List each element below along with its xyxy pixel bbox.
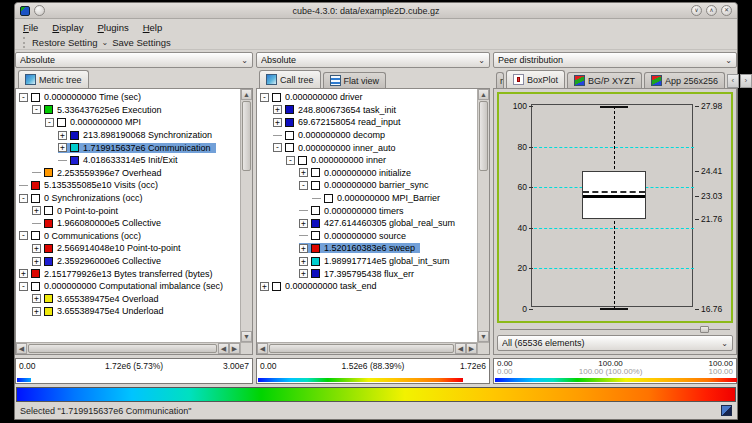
expand-icon[interactable]: + [19, 269, 28, 278]
tree-row[interactable]: +0.000000000 initialize [260, 167, 477, 180]
tab-flat-view[interactable]: Flat view [323, 72, 387, 88]
slider-handle[interactable] [700, 326, 709, 333]
tree-row[interactable]: -5.336437625e6 Execution [19, 104, 240, 117]
collapse-icon[interactable]: - [19, 93, 28, 102]
expand-icon[interactable]: + [32, 294, 41, 303]
expand-icon[interactable]: + [32, 206, 41, 215]
tree-row[interactable]: 0.000000000 source [260, 230, 477, 243]
call-vertical-scrollbar[interactable]: ▲ ▼ [477, 89, 489, 342]
call-mode-select[interactable]: Absolute ⌄ [256, 52, 490, 68]
tree-row[interactable]: +427.614460305 global_real_sum [260, 217, 477, 230]
expand-icon[interactable]: + [273, 118, 282, 127]
system-mode-select[interactable]: Peer distribution ⌄ [493, 52, 737, 68]
tree-row[interactable]: +17.395795438 flux_err [260, 267, 477, 280]
window-menu-button[interactable] [34, 5, 45, 16]
collapse-icon[interactable]: - [260, 93, 269, 102]
collapse-icon[interactable]: - [286, 156, 295, 165]
close-button[interactable]: ✕ [721, 5, 732, 16]
tree-row[interactable]: 2.253559396e7 Overhead [19, 167, 240, 180]
toolbar-handle[interactable] [23, 37, 26, 48]
boxplot-zoom-slider[interactable] [500, 325, 730, 334]
expand-icon[interactable]: + [32, 244, 41, 253]
tab-call-tree[interactable]: Call tree [259, 70, 321, 88]
tree-row[interactable]: +1.989917714e5 global_int_sum [260, 255, 477, 268]
tab-app-256x256[interactable]: App 256x256 [644, 72, 725, 88]
tree-row[interactable]: +3.655389475e4 Overload [19, 293, 240, 306]
metric-mode-select[interactable]: Absolute ⌄ [15, 52, 253, 68]
subset-select[interactable]: All (65536 elements) ⌄ [497, 335, 733, 351]
tree-row[interactable]: 4.018633314e5 Init/Exit [19, 154, 240, 167]
tree-row[interactable]: +3.655389475e4 Underload [19, 305, 240, 318]
scroll-up-icon[interactable]: ▲ [478, 89, 489, 100]
tree-row[interactable]: +0.000000000 task_end [260, 280, 477, 293]
scroll-right-icon[interactable]: ▶ [229, 343, 240, 354]
tree-row[interactable]: +248.800673654 task_init [260, 104, 477, 117]
tree-row[interactable]: -0.000000000 Time (sec) [19, 91, 240, 104]
tree-row[interactable]: -0.000000000 barrier_sync [260, 179, 477, 192]
tree-row[interactable]: 0.000000000 MPI_Barrier [260, 192, 477, 205]
scroll-handle[interactable] [28, 344, 217, 353]
scroll-up-icon[interactable]: ▲ [241, 89, 252, 100]
collapse-icon[interactable]: - [273, 143, 282, 152]
menu-file[interactable]: File [23, 22, 38, 33]
scroll-down-icon[interactable]: ▼ [478, 331, 489, 342]
expand-icon[interactable]: + [260, 282, 269, 291]
panel-toggle-icon[interactable] [721, 405, 732, 416]
tree-row[interactable]: +2.359296000e6 Collective [19, 255, 240, 268]
tree-row[interactable]: -0.000000000 Computational imbalance (se… [19, 280, 240, 293]
tree-row[interactable]: +2.566914048e10 Point-to-point [19, 242, 240, 255]
tree-row[interactable]: +69.672158054 read_input [260, 116, 477, 129]
tab-metric-tree[interactable]: Metric tree [18, 70, 89, 88]
metric-horizontal-scrollbar[interactable]: ◀ ◀ ▶ [16, 342, 240, 354]
scroll-handle[interactable] [479, 101, 488, 171]
scroll-handle[interactable] [269, 344, 454, 353]
expand-icon[interactable]: + [299, 168, 308, 177]
collapse-icon[interactable]: - [32, 105, 41, 114]
expand-icon[interactable]: + [32, 257, 41, 266]
tree-row[interactable]: +213.898190068 Synchronization [19, 129, 240, 142]
expand-icon[interactable]: + [299, 219, 308, 228]
tree-row[interactable]: -0.000000000 inner_auto [260, 141, 477, 154]
tree-row[interactable]: +2.151779926e13 Bytes transferred (bytes… [19, 267, 240, 280]
collapse-icon[interactable]: - [19, 231, 28, 240]
collapse-icon[interactable]: - [19, 194, 28, 203]
tab-system-tree[interactable]: m tree [496, 72, 504, 88]
menu-help[interactable]: Help [143, 22, 163, 33]
tab-bgp-xyzt[interactable]: BG/P XYZT [567, 72, 642, 88]
collapse-icon[interactable]: - [299, 181, 308, 190]
tab-boxplot[interactable]: BoxPlot [506, 70, 565, 88]
expand-icon[interactable]: + [32, 307, 41, 316]
tab-scroll-left-icon[interactable]: ‹ [727, 74, 739, 88]
chevron-down-icon[interactable]: ⌄ [101, 38, 108, 47]
metric-vertical-scrollbar[interactable]: ▲ ▼ [240, 89, 252, 342]
tree-row[interactable]: -0.000000000 driver [260, 91, 477, 104]
expand-icon[interactable]: + [299, 269, 308, 278]
tree-row[interactable]: -0.000000000 MPI [19, 116, 240, 129]
tree-row[interactable]: 1.966080000e5 Collective [19, 217, 240, 230]
expand-icon[interactable]: + [299, 244, 308, 253]
restore-setting-button[interactable]: Restore Setting [32, 37, 97, 48]
expand-icon[interactable]: + [58, 131, 67, 140]
tree-row[interactable]: +0 Point-to-point [19, 204, 240, 217]
scroll-down-icon[interactable]: ▼ [241, 331, 252, 342]
tree-row[interactable]: 5.135355085e10 Visits (occ) [19, 179, 240, 192]
minimize-button[interactable]: ∨ [691, 5, 702, 16]
collapse-icon[interactable]: - [45, 118, 54, 127]
tab-scroll-right-icon[interactable]: › [740, 74, 752, 88]
expand-icon[interactable]: + [273, 105, 282, 114]
tree-row[interactable]: -0 Synchronizations (occ) [19, 192, 240, 205]
save-settings-button[interactable]: Save Settings [112, 37, 171, 48]
scroll-handle[interactable] [242, 101, 251, 171]
expand-icon[interactable]: + [299, 257, 308, 266]
scroll-left-icon[interactable]: ◀ [455, 343, 466, 354]
tree-row[interactable]: 0.000000000 decomp [260, 129, 477, 142]
maximize-button[interactable]: ∧ [706, 5, 717, 16]
scroll-left-icon[interactable]: ◀ [218, 343, 229, 354]
tree-row[interactable]: -0 Communications (occ) [19, 230, 240, 243]
scroll-right-icon[interactable]: ▶ [466, 343, 477, 354]
collapse-icon[interactable]: - [19, 282, 28, 291]
menu-plugins[interactable]: Plugins [98, 22, 129, 33]
tree-row[interactable]: 0.000000000 timers [260, 204, 477, 217]
tree-row[interactable]: +1.520160383e6 sweep [260, 242, 477, 255]
tree-row[interactable]: -0.000000000 inner [260, 154, 477, 167]
